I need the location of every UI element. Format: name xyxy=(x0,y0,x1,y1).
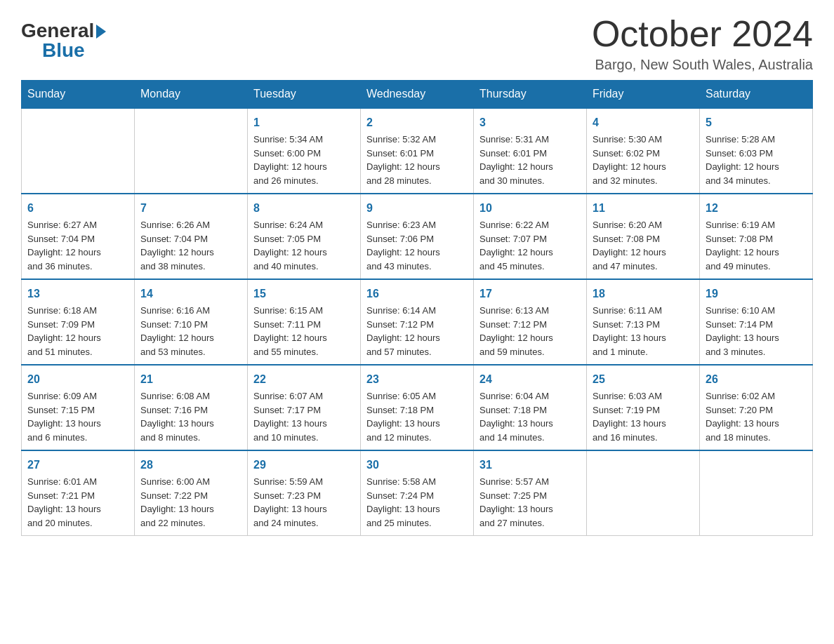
calendar-day-cell: 6Sunrise: 6:27 AMSunset: 7:04 PMDaylight… xyxy=(22,194,135,279)
day-info: Sunrise: 6:07 AMSunset: 7:17 PMDaylight:… xyxy=(253,389,355,444)
calendar-day-cell xyxy=(22,108,135,194)
day-info: Sunrise: 5:31 AMSunset: 6:01 PMDaylight:… xyxy=(479,133,581,187)
day-info: Sunrise: 6:24 AMSunset: 7:05 PMDaylight:… xyxy=(253,218,355,273)
calendar-day-cell: 22Sunrise: 6:07 AMSunset: 7:17 PMDayligh… xyxy=(248,365,361,450)
header-monday: Monday xyxy=(135,81,248,109)
day-number: 19 xyxy=(706,286,807,302)
day-number: 27 xyxy=(27,457,128,474)
day-info: Sunrise: 6:18 AMSunset: 7:09 PMDaylight:… xyxy=(27,304,128,358)
day-info: Sunrise: 5:59 AMSunset: 7:23 PMDaylight:… xyxy=(253,475,355,530)
day-number: 25 xyxy=(593,371,694,388)
day-info: Sunrise: 6:26 AMSunset: 7:04 PMDaylight:… xyxy=(140,218,241,273)
day-info: Sunrise: 6:04 AMSunset: 7:18 PMDaylight:… xyxy=(479,389,581,444)
header-tuesday: Tuesday xyxy=(248,81,361,109)
day-number: 13 xyxy=(27,286,128,302)
day-info: Sunrise: 5:32 AMSunset: 6:01 PMDaylight:… xyxy=(366,133,468,187)
day-number: 29 xyxy=(253,457,355,474)
calendar-week-row: 20Sunrise: 6:09 AMSunset: 7:15 PMDayligh… xyxy=(22,365,813,450)
day-info: Sunrise: 5:30 AMSunset: 6:02 PMDaylight:… xyxy=(593,133,694,187)
logo-triangle-icon xyxy=(96,25,106,39)
day-number: 20 xyxy=(27,371,128,388)
header-thursday: Thursday xyxy=(474,81,587,109)
day-number: 23 xyxy=(366,371,468,388)
day-number: 1 xyxy=(253,114,355,131)
day-number: 28 xyxy=(140,457,241,474)
day-info: Sunrise: 5:34 AMSunset: 6:00 PMDaylight:… xyxy=(253,133,355,187)
day-number: 17 xyxy=(479,286,581,302)
logo-general-text: General xyxy=(21,21,94,41)
day-number: 8 xyxy=(253,200,355,217)
header-friday: Friday xyxy=(587,81,700,109)
day-info: Sunrise: 6:16 AMSunset: 7:10 PMDaylight:… xyxy=(140,304,241,358)
day-number: 5 xyxy=(706,114,807,131)
calendar-day-cell: 7Sunrise: 6:26 AMSunset: 7:04 PMDaylight… xyxy=(135,194,248,279)
title-area: October 2024 Bargo, New South Wales, Aus… xyxy=(592,14,813,73)
calendar-day-cell xyxy=(135,108,248,194)
calendar-day-cell: 27Sunrise: 6:01 AMSunset: 7:21 PMDayligh… xyxy=(22,450,135,536)
day-info: Sunrise: 6:09 AMSunset: 7:15 PMDaylight:… xyxy=(27,389,128,444)
calendar-day-cell: 21Sunrise: 6:08 AMSunset: 7:16 PMDayligh… xyxy=(135,365,248,450)
day-number: 10 xyxy=(479,200,581,217)
calendar-day-cell: 8Sunrise: 6:24 AMSunset: 7:05 PMDaylight… xyxy=(248,194,361,279)
calendar-day-cell: 28Sunrise: 6:00 AMSunset: 7:22 PMDayligh… xyxy=(135,450,248,536)
day-info: Sunrise: 6:08 AMSunset: 7:16 PMDaylight:… xyxy=(140,389,241,444)
day-info: Sunrise: 6:13 AMSunset: 7:12 PMDaylight:… xyxy=(479,304,581,358)
month-title: October 2024 xyxy=(592,14,813,54)
calendar-header-row: SundayMondayTuesdayWednesdayThursdayFrid… xyxy=(22,81,813,109)
day-number: 2 xyxy=(366,114,468,131)
calendar-week-row: 27Sunrise: 6:01 AMSunset: 7:21 PMDayligh… xyxy=(22,450,813,536)
page-header: General Blue October 2024 Bargo, New Sou… xyxy=(21,14,813,73)
calendar-day-cell: 24Sunrise: 6:04 AMSunset: 7:18 PMDayligh… xyxy=(474,365,587,450)
calendar-day-cell: 16Sunrise: 6:14 AMSunset: 7:12 PMDayligh… xyxy=(361,279,474,365)
calendar-day-cell: 23Sunrise: 6:05 AMSunset: 7:18 PMDayligh… xyxy=(361,365,474,450)
calendar-day-cell: 25Sunrise: 6:03 AMSunset: 7:19 PMDayligh… xyxy=(587,365,700,450)
calendar-day-cell: 14Sunrise: 6:16 AMSunset: 7:10 PMDayligh… xyxy=(135,279,248,365)
day-number: 9 xyxy=(366,200,468,217)
day-info: Sunrise: 6:23 AMSunset: 7:06 PMDaylight:… xyxy=(366,218,468,273)
day-number: 24 xyxy=(479,371,581,388)
header-saturday: Saturday xyxy=(700,81,813,109)
day-number: 22 xyxy=(253,371,355,388)
day-info: Sunrise: 6:19 AMSunset: 7:08 PMDaylight:… xyxy=(706,218,807,273)
calendar-day-cell: 31Sunrise: 5:57 AMSunset: 7:25 PMDayligh… xyxy=(474,450,587,536)
calendar-day-cell: 17Sunrise: 6:13 AMSunset: 7:12 PMDayligh… xyxy=(474,279,587,365)
day-number: 14 xyxy=(140,286,241,302)
calendar-table: SundayMondayTuesdayWednesdayThursdayFrid… xyxy=(21,80,813,536)
day-info: Sunrise: 5:28 AMSunset: 6:03 PMDaylight:… xyxy=(706,133,807,187)
calendar-day-cell: 9Sunrise: 6:23 AMSunset: 7:06 PMDaylight… xyxy=(361,194,474,279)
calendar-day-cell: 13Sunrise: 6:18 AMSunset: 7:09 PMDayligh… xyxy=(22,279,135,365)
day-info: Sunrise: 6:10 AMSunset: 7:14 PMDaylight:… xyxy=(706,304,807,358)
day-number: 15 xyxy=(253,286,355,302)
day-number: 3 xyxy=(479,114,581,131)
calendar-day-cell: 10Sunrise: 6:22 AMSunset: 7:07 PMDayligh… xyxy=(474,194,587,279)
calendar-day-cell: 12Sunrise: 6:19 AMSunset: 7:08 PMDayligh… xyxy=(700,194,813,279)
day-info: Sunrise: 6:15 AMSunset: 7:11 PMDaylight:… xyxy=(253,304,355,358)
calendar-day-cell: 15Sunrise: 6:15 AMSunset: 7:11 PMDayligh… xyxy=(248,279,361,365)
calendar-day-cell: 2Sunrise: 5:32 AMSunset: 6:01 PMDaylight… xyxy=(361,108,474,194)
calendar-day-cell: 20Sunrise: 6:09 AMSunset: 7:15 PMDayligh… xyxy=(22,365,135,450)
day-number: 11 xyxy=(593,200,694,217)
calendar-day-cell: 29Sunrise: 5:59 AMSunset: 7:23 PMDayligh… xyxy=(248,450,361,536)
calendar-day-cell: 1Sunrise: 5:34 AMSunset: 6:00 PMDaylight… xyxy=(248,108,361,194)
day-info: Sunrise: 6:05 AMSunset: 7:18 PMDaylight:… xyxy=(366,389,468,444)
day-number: 26 xyxy=(706,371,807,388)
calendar-week-row: 6Sunrise: 6:27 AMSunset: 7:04 PMDaylight… xyxy=(22,194,813,279)
calendar-day-cell: 30Sunrise: 5:58 AMSunset: 7:24 PMDayligh… xyxy=(361,450,474,536)
calendar-day-cell xyxy=(700,450,813,536)
day-number: 4 xyxy=(593,114,694,131)
location-title: Bargo, New South Wales, Australia xyxy=(592,57,813,73)
day-info: Sunrise: 6:22 AMSunset: 7:07 PMDaylight:… xyxy=(479,218,581,273)
day-number: 12 xyxy=(706,200,807,217)
day-number: 6 xyxy=(27,200,128,217)
calendar-day-cell: 26Sunrise: 6:02 AMSunset: 7:20 PMDayligh… xyxy=(700,365,813,450)
calendar-day-cell: 19Sunrise: 6:10 AMSunset: 7:14 PMDayligh… xyxy=(700,279,813,365)
day-info: Sunrise: 6:02 AMSunset: 7:20 PMDaylight:… xyxy=(706,389,807,444)
day-info: Sunrise: 6:14 AMSunset: 7:12 PMDaylight:… xyxy=(366,304,468,358)
day-number: 16 xyxy=(366,286,468,302)
logo-blue-text: Blue xyxy=(42,41,85,60)
header-wednesday: Wednesday xyxy=(361,81,474,109)
calendar-day-cell: 5Sunrise: 5:28 AMSunset: 6:03 PMDaylight… xyxy=(700,108,813,194)
calendar-day-cell xyxy=(587,450,700,536)
header-sunday: Sunday xyxy=(22,81,135,109)
day-number: 30 xyxy=(366,457,468,474)
